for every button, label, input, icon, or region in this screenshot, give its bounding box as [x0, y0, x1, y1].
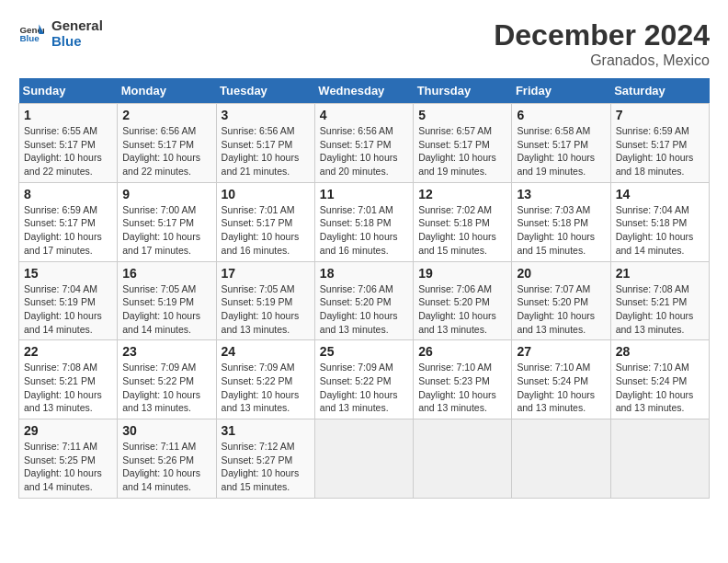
day-info: Sunrise: 7:10 AMSunset: 5:24 PMDaylight:… — [517, 361, 605, 415]
col-saturday: Saturday — [610, 78, 709, 104]
day-info: Sunrise: 6:56 AMSunset: 5:17 PMDaylight:… — [122, 124, 210, 178]
day-info: Sunrise: 7:07 AMSunset: 5:20 PMDaylight:… — [517, 282, 605, 337]
calendar-cell: 9Sunrise: 7:00 AMSunset: 5:17 PMDaylight… — [118, 182, 216, 261]
day-info: Sunrise: 7:06 AMSunset: 5:20 PMDaylight:… — [320, 282, 408, 337]
calendar-cell: 22Sunrise: 7:08 AMSunset: 5:21 PMDayligh… — [19, 340, 118, 419]
col-monday: Monday — [118, 78, 216, 104]
logo-icon: General Blue — [18, 21, 44, 47]
day-info: Sunrise: 6:56 AMSunset: 5:17 PMDaylight:… — [320, 124, 408, 178]
day-info: Sunrise: 7:10 AMSunset: 5:23 PMDaylight:… — [418, 361, 506, 415]
calendar-cell: 8Sunrise: 6:59 AMSunset: 5:17 PMDaylight… — [19, 182, 118, 261]
day-number: 16 — [122, 266, 210, 281]
day-info: Sunrise: 7:09 AMSunset: 5:22 PMDaylight:… — [222, 361, 310, 415]
svg-text:Blue: Blue — [19, 33, 40, 43]
day-number: 20 — [517, 266, 605, 281]
day-info: Sunrise: 7:02 AMSunset: 5:18 PMDaylight:… — [418, 203, 506, 258]
day-number: 21 — [616, 266, 704, 281]
day-info: Sunrise: 7:11 AMSunset: 5:25 PMDaylight:… — [24, 440, 112, 494]
day-number: 23 — [122, 344, 210, 359]
day-number: 30 — [122, 423, 210, 438]
day-number: 18 — [320, 266, 408, 281]
day-info: Sunrise: 7:05 AMSunset: 5:19 PMDaylight:… — [122, 282, 210, 337]
day-number: 14 — [616, 187, 704, 201]
day-number: 7 — [616, 108, 704, 122]
day-info: Sunrise: 7:12 AMSunset: 5:27 PMDaylight:… — [222, 440, 310, 494]
calendar-cell: 26Sunrise: 7:10 AMSunset: 5:23 PMDayligh… — [414, 340, 512, 419]
day-info: Sunrise: 7:01 AMSunset: 5:17 PMDaylight:… — [222, 203, 310, 258]
day-info: Sunrise: 7:01 AMSunset: 5:18 PMDaylight:… — [320, 203, 408, 258]
location-title: Granados, Mexico — [494, 52, 710, 69]
calendar-cell: 25Sunrise: 7:09 AMSunset: 5:22 PMDayligh… — [314, 340, 413, 419]
calendar-cell: 3Sunrise: 6:56 AMSunset: 5:17 PMDaylight… — [216, 104, 314, 183]
calendar-week-3: 15Sunrise: 7:04 AMSunset: 5:19 PMDayligh… — [19, 261, 710, 340]
day-info: Sunrise: 7:03 AMSunset: 5:18 PMDaylight:… — [517, 203, 605, 258]
calendar-cell: 23Sunrise: 7:09 AMSunset: 5:22 PMDayligh… — [118, 340, 216, 419]
calendar-cell — [314, 419, 413, 499]
logo: General Blue General Blue — [18, 18, 103, 49]
day-number: 13 — [517, 187, 605, 201]
day-info: Sunrise: 7:09 AMSunset: 5:22 PMDaylight:… — [320, 361, 408, 415]
calendar-week-5: 29Sunrise: 7:11 AMSunset: 5:25 PMDayligh… — [19, 419, 710, 499]
calendar-week-2: 8Sunrise: 6:59 AMSunset: 5:17 PMDaylight… — [19, 182, 710, 261]
day-info: Sunrise: 7:04 AMSunset: 5:18 PMDaylight:… — [616, 203, 704, 258]
day-number: 12 — [418, 187, 506, 201]
day-number: 29 — [24, 423, 112, 438]
calendar-cell — [512, 419, 610, 499]
header: General Blue General Blue December 2024 … — [18, 18, 710, 69]
day-info: Sunrise: 7:09 AMSunset: 5:22 PMDaylight:… — [122, 361, 210, 415]
calendar-cell: 11Sunrise: 7:01 AMSunset: 5:18 PMDayligh… — [314, 182, 413, 261]
title-section: December 2024 Granados, Mexico — [494, 18, 710, 69]
day-number: 5 — [418, 108, 506, 122]
day-number: 25 — [320, 344, 408, 359]
calendar-table: Sunday Monday Tuesday Wednesday Thursday… — [18, 78, 710, 499]
calendar-cell: 17Sunrise: 7:05 AMSunset: 5:19 PMDayligh… — [216, 261, 314, 340]
day-number: 8 — [24, 187, 112, 201]
col-friday: Friday — [512, 78, 610, 104]
day-number: 31 — [222, 423, 310, 438]
day-info: Sunrise: 7:05 AMSunset: 5:19 PMDaylight:… — [222, 282, 310, 337]
calendar-cell: 31Sunrise: 7:12 AMSunset: 5:27 PMDayligh… — [216, 419, 314, 499]
calendar-cell: 13Sunrise: 7:03 AMSunset: 5:18 PMDayligh… — [512, 182, 610, 261]
day-info: Sunrise: 7:06 AMSunset: 5:20 PMDaylight:… — [418, 282, 506, 337]
day-number: 11 — [320, 187, 408, 201]
logo-line1: General — [51, 18, 103, 34]
day-info: Sunrise: 6:56 AMSunset: 5:17 PMDaylight:… — [222, 124, 310, 178]
calendar-cell: 15Sunrise: 7:04 AMSunset: 5:19 PMDayligh… — [19, 261, 118, 340]
month-title: December 2024 — [494, 18, 710, 52]
col-sunday: Sunday — [19, 78, 118, 104]
calendar-cell: 18Sunrise: 7:06 AMSunset: 5:20 PMDayligh… — [314, 261, 413, 340]
calendar-cell — [610, 419, 709, 499]
day-number: 17 — [222, 266, 310, 281]
day-number: 22 — [24, 344, 112, 359]
calendar-cell: 10Sunrise: 7:01 AMSunset: 5:17 PMDayligh… — [216, 182, 314, 261]
day-number: 28 — [616, 344, 704, 359]
day-number: 1 — [24, 108, 112, 122]
day-number: 24 — [222, 344, 310, 359]
calendar-cell: 1Sunrise: 6:55 AMSunset: 5:17 PMDaylight… — [19, 104, 118, 183]
col-wednesday: Wednesday — [314, 78, 413, 104]
calendar-cell: 12Sunrise: 7:02 AMSunset: 5:18 PMDayligh… — [414, 182, 512, 261]
day-number: 4 — [320, 108, 408, 122]
calendar-cell: 6Sunrise: 6:58 AMSunset: 5:17 PMDaylight… — [512, 104, 610, 183]
calendar-cell: 27Sunrise: 7:10 AMSunset: 5:24 PMDayligh… — [512, 340, 610, 419]
day-info: Sunrise: 6:59 AMSunset: 5:17 PMDaylight:… — [24, 203, 112, 258]
calendar-cell: 16Sunrise: 7:05 AMSunset: 5:19 PMDayligh… — [118, 261, 216, 340]
col-thursday: Thursday — [414, 78, 512, 104]
calendar-cell: 21Sunrise: 7:08 AMSunset: 5:21 PMDayligh… — [610, 261, 709, 340]
calendar-cell: 29Sunrise: 7:11 AMSunset: 5:25 PMDayligh… — [19, 419, 118, 499]
day-number: 6 — [517, 108, 605, 122]
day-info: Sunrise: 7:08 AMSunset: 5:21 PMDaylight:… — [24, 361, 112, 415]
col-tuesday: Tuesday — [216, 78, 314, 104]
calendar-cell — [414, 419, 512, 499]
calendar-cell: 14Sunrise: 7:04 AMSunset: 5:18 PMDayligh… — [610, 182, 709, 261]
header-row: Sunday Monday Tuesday Wednesday Thursday… — [19, 78, 710, 104]
day-number: 9 — [122, 187, 210, 201]
day-info: Sunrise: 7:08 AMSunset: 5:21 PMDaylight:… — [616, 282, 704, 337]
calendar-cell: 7Sunrise: 6:59 AMSunset: 5:17 PMDaylight… — [610, 104, 709, 183]
day-number: 15 — [24, 266, 112, 281]
day-number: 3 — [222, 108, 310, 122]
day-info: Sunrise: 7:11 AMSunset: 5:26 PMDaylight:… — [122, 440, 210, 494]
calendar-cell: 5Sunrise: 6:57 AMSunset: 5:17 PMDaylight… — [414, 104, 512, 183]
day-number: 27 — [517, 344, 605, 359]
calendar-cell: 20Sunrise: 7:07 AMSunset: 5:20 PMDayligh… — [512, 261, 610, 340]
